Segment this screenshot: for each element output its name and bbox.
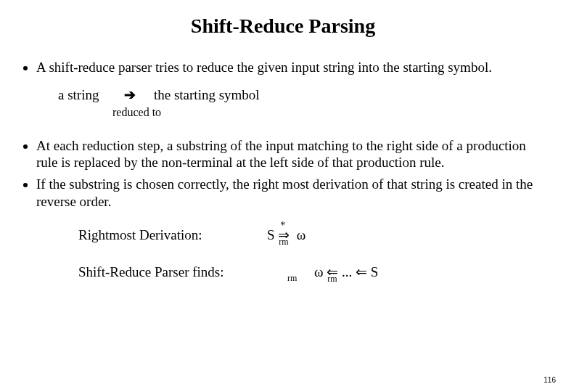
arrow-icon: ➔ [124, 86, 136, 104]
rm-subscript: rm [279, 237, 288, 248]
double-arrow-left-icon: ⇐ [356, 264, 367, 279]
page-number: 116 [544, 376, 556, 385]
bullet-list-2: At each reduction step, a substring of t… [0, 137, 541, 211]
symbol-S: S [371, 264, 379, 279]
double-arrow-left-icon: ⇐ rm [327, 264, 338, 281]
reduction-left-text: a string [58, 86, 99, 104]
double-arrow-right-icon: * ⇒ rm [278, 226, 290, 244]
derivation-row-1: Rightmost Derivation: S * ⇒ rm ω [78, 226, 566, 244]
ellipsis: ... [342, 264, 356, 279]
reduction-right-text: the starting symbol [154, 86, 260, 104]
bullet-list-1: A shift-reduce parser tries to reduce th… [0, 59, 541, 76]
symbol-S: S [267, 227, 275, 242]
reduction-row: a string ➔ the starting symbol [58, 86, 566, 104]
bullet-item: If the substring is chosen correctly, th… [36, 176, 541, 211]
slide: Shift-Reduce Parsing A shift-reduce pars… [0, 0, 566, 392]
rm-subscript: rm [327, 274, 337, 285]
rm-subscript: rm [287, 273, 297, 283]
symbol-omega: ω [297, 227, 306, 242]
bullet-item: At each reduction step, a substring of t… [36, 137, 541, 172]
slide-title: Shift-Reduce Parsing [0, 0, 566, 59]
derivation-formula-2: rm ω ⇐ rm ... ⇐ S [267, 264, 378, 281]
bullet-item: A shift-reduce parser tries to reduce th… [36, 59, 541, 76]
derivation-label: Rightmost Derivation: [78, 226, 267, 244]
derivation-label: Shift-Reduce Parser finds: [78, 264, 267, 281]
symbol-omega: ω [314, 264, 324, 279]
derivation-block: Rightmost Derivation: S * ⇒ rm ω Shift-R… [78, 226, 566, 282]
derivation-row-2: Shift-Reduce Parser finds: rm ω ⇐ rm ...… [78, 264, 566, 281]
reduction-caption: reduced to [112, 105, 566, 120]
star-superscript: * [280, 219, 285, 232]
derivation-formula-1: S * ⇒ rm ω [267, 226, 305, 244]
